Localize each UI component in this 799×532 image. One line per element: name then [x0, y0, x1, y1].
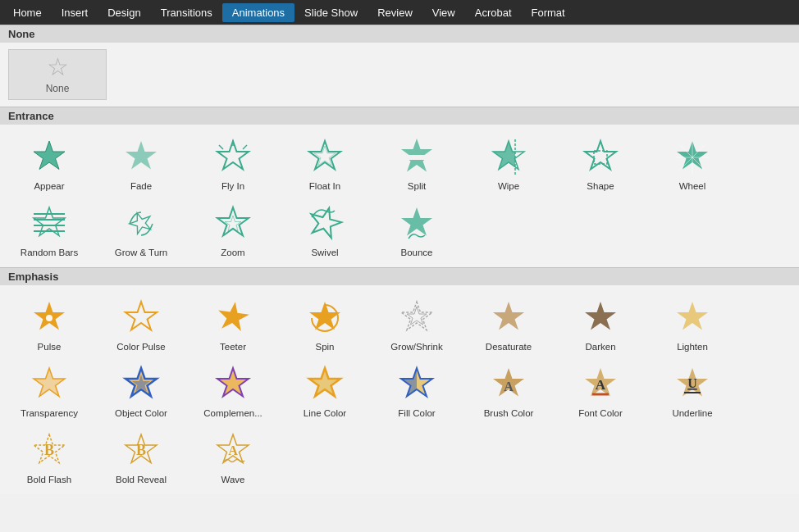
anim-growshrink[interactable]: Grow/Shrink: [371, 292, 463, 358]
zoom-icon: [212, 202, 254, 245]
anim-boldreveal[interactable]: B Bold Reveal: [95, 425, 187, 491]
darken-label: Darken: [585, 341, 615, 353]
floatin-icon: [304, 136, 346, 179]
menu-slideshow[interactable]: Slide Show: [294, 3, 368, 22]
randombars-label: Random Bars: [21, 247, 78, 259]
growshrink-icon: [395, 297, 438, 339]
anim-desaturate[interactable]: Desaturate: [463, 292, 555, 358]
anim-randombars[interactable]: Random Bars: [3, 198, 95, 264]
transparency-icon: [28, 363, 71, 406]
anim-swivel[interactable]: Swivel: [279, 198, 371, 264]
svg-marker-37: [216, 299, 250, 331]
menu-home[interactable]: Home: [3, 3, 52, 22]
compcolor-icon: [212, 363, 254, 406]
fontcolor-label: Font Color: [578, 407, 623, 420]
zoom-label: Zoom: [221, 247, 244, 259]
fillcolor-icon: [395, 363, 438, 406]
split-label: Split: [408, 180, 426, 193]
menu-review[interactable]: Review: [368, 3, 422, 22]
anim-wheel[interactable]: Wheel: [646, 131, 738, 198]
menu-format[interactable]: Format: [522, 3, 575, 22]
wave-label: Wave: [221, 474, 245, 486]
menu-view[interactable]: View: [422, 3, 465, 22]
colorpulse-icon: [120, 297, 162, 339]
svg-text:A: A: [228, 443, 238, 457]
fontcolor-icon: A: [579, 363, 622, 406]
menu-animations[interactable]: Animations: [222, 3, 294, 22]
svg-text:B: B: [44, 442, 54, 458]
anim-fillcolor[interactable]: Fill Color: [371, 358, 463, 425]
svg-marker-33: [401, 207, 432, 236]
spin-icon: [304, 297, 346, 339]
anim-lighten[interactable]: Lighten: [646, 292, 738, 358]
anim-bounce[interactable]: Bounce: [371, 198, 463, 264]
svg-text:U: U: [687, 376, 697, 390]
anim-darken[interactable]: Darken: [555, 292, 646, 358]
svg-line-5: [243, 145, 247, 149]
none-icon: ☆: [47, 55, 69, 80]
growturn-label: Grow & Turn: [115, 247, 168, 259]
swivel-icon: [304, 202, 346, 245]
menu-design[interactable]: Design: [98, 3, 150, 22]
teeter-label: Teeter: [220, 341, 246, 353]
growturn-icon: [120, 202, 162, 245]
anim-boldflash[interactable]: B Bold Flash: [3, 425, 95, 491]
none-section: ☆ None: [0, 43, 799, 107]
anim-linecolor[interactable]: Line Color: [279, 358, 371, 425]
anim-teeter[interactable]: Teeter: [187, 292, 279, 358]
svg-marker-42: [585, 302, 616, 330]
anim-brushcolor[interactable]: A Brush Color: [463, 358, 555, 425]
anim-transparency[interactable]: Transparency: [3, 358, 95, 425]
none-label: None: [46, 83, 70, 94]
anim-split[interactable]: Split: [371, 131, 463, 198]
emphasis-grid: Pulse Color Pulse Teeter: [0, 285, 799, 494]
linecolor-icon: [304, 363, 346, 406]
menu-insert[interactable]: Insert: [52, 3, 98, 22]
menu-acrobat[interactable]: Acrobat: [465, 3, 522, 22]
floatin-label: Float In: [309, 180, 340, 193]
anim-colorpulse[interactable]: Color Pulse: [95, 292, 187, 358]
appear-label: Appear: [34, 180, 64, 193]
anim-floatin[interactable]: Float In: [279, 131, 371, 198]
svg-marker-32: [307, 204, 345, 239]
anim-underline[interactable]: U Underline: [646, 358, 738, 425]
anim-growturn[interactable]: Grow & Turn: [95, 198, 187, 264]
entrance-section-header: Entrance: [0, 107, 799, 125]
brushcolor-label: Brush Color: [484, 407, 534, 420]
pulse-icon: [28, 297, 71, 339]
anim-wave[interactable]: A Wave: [187, 425, 279, 491]
wheel-label: Wheel: [679, 180, 706, 193]
wipe-icon: [487, 136, 530, 179]
svg-marker-29: [127, 209, 154, 235]
compcolor-label: Complemen...: [203, 407, 263, 420]
anim-fontcolor[interactable]: A Font Color: [555, 358, 646, 425]
svg-text:A: A: [504, 380, 514, 393]
menubar: Home Insert Design Transitions Animation…: [0, 0, 799, 25]
flyin-icon: [212, 136, 254, 179]
anim-appear[interactable]: Appear: [3, 131, 95, 198]
anim-flyin[interactable]: Fly In: [187, 131, 279, 198]
animations-panel: None ☆ None Entrance Appear: [0, 25, 799, 494]
linecolor-label: Line Color: [304, 407, 346, 420]
lighten-label: Lighten: [677, 341, 708, 353]
anim-zoom[interactable]: Zoom: [187, 198, 279, 264]
none-section-header: None: [0, 25, 799, 43]
svg-line-6: [219, 145, 223, 149]
anim-objectcolor[interactable]: Object Color: [95, 358, 187, 425]
boldflash-icon: B: [28, 430, 71, 472]
transparency-label: Transparency: [21, 407, 78, 420]
anim-shape[interactable]: Shape: [555, 131, 646, 198]
appear-icon: [28, 136, 71, 179]
anim-pulse[interactable]: Pulse: [3, 292, 95, 358]
none-item[interactable]: ☆ None: [8, 49, 107, 100]
desaturate-icon: [487, 297, 530, 339]
menu-transitions[interactable]: Transitions: [151, 3, 222, 22]
randombars-icon: [28, 202, 71, 245]
anim-spin[interactable]: Spin: [279, 292, 371, 358]
anim-fade[interactable]: Fade: [95, 131, 187, 198]
anim-wipe[interactable]: Wipe: [463, 131, 555, 198]
anim-compcolor[interactable]: Complemen...: [187, 358, 279, 425]
flyin-label: Fly In: [221, 180, 244, 193]
boldflash-label: Bold Flash: [27, 474, 71, 486]
wave-icon: A: [212, 430, 254, 472]
